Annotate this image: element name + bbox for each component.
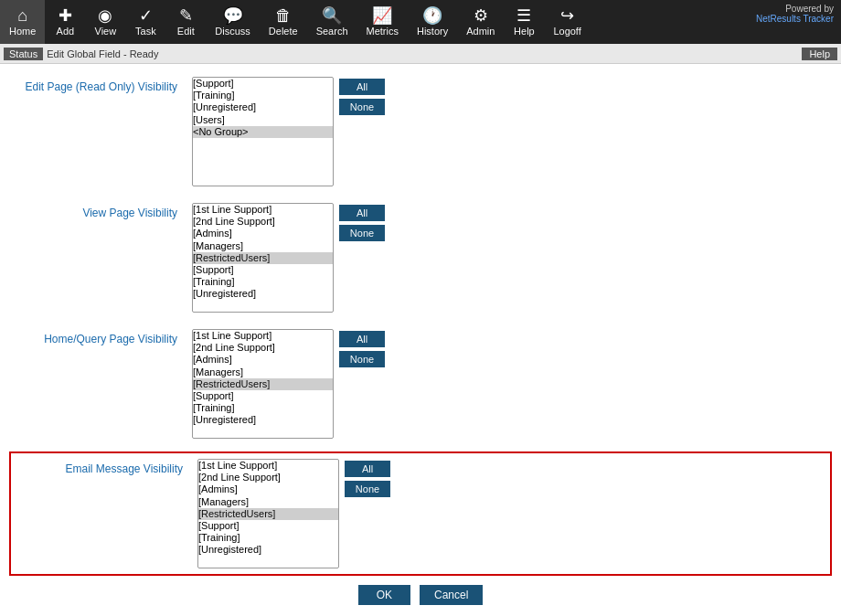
email-message-visibility-listbox[interactable]: [1st Line Support] [2nd Line Support] [A… (197, 459, 339, 568)
nav-admin[interactable]: ⚙ Admin (457, 0, 504, 44)
list-item[interactable]: [2nd Line Support] (198, 472, 338, 483)
email-message-visibility-controls: [1st Line Support] [2nd Line Support] [A… (197, 459, 390, 568)
edit-page-readonly-controls: [Support] [Training] [Unregistered] [Use… (192, 77, 385, 186)
email-message-visibility-all-button[interactable]: All (345, 461, 390, 477)
help-icon: ☰ (516, 7, 531, 24)
list-item[interactable]: [Training] (193, 276, 333, 288)
delete-icon: 🗑 (275, 7, 292, 24)
edit-page-readonly-none-button[interactable]: None (339, 99, 385, 115)
task-icon: ✓ (139, 7, 153, 24)
nav-logoff[interactable]: ↪ Logoff (544, 0, 590, 44)
nav-admin-label: Admin (466, 26, 495, 37)
list-item[interactable]: [Support] (193, 264, 333, 276)
list-item[interactable]: [2nd Line Support] (193, 216, 333, 228)
ok-button[interactable]: OK (358, 585, 410, 605)
navbar: ⌂ Home ✚ Add ◉ View ✓ Task ✎ Edit 💬 Disc… (0, 0, 841, 44)
nav-search[interactable]: 🔍 Search (307, 0, 357, 44)
home-query-visibility-controls: [1st Line Support] [2nd Line Support] [A… (192, 329, 385, 439)
metrics-icon: 📈 (372, 7, 392, 24)
list-item[interactable]: [Managers] (193, 240, 333, 252)
nav-delete-label: Delete (269, 26, 298, 37)
list-item[interactable]: <No Group> (193, 126, 333, 138)
home-icon: ⌂ (17, 7, 27, 24)
nav-metrics[interactable]: 📈 Metrics (357, 0, 408, 44)
discuss-icon: 💬 (223, 7, 243, 24)
brand-area: Powered by NetResults Tracker (749, 0, 841, 27)
list-item[interactable]: [Unregistered] (198, 544, 338, 556)
history-icon: 🕐 (422, 7, 442, 24)
list-item[interactable]: [RestrictedUsers] (193, 378, 333, 390)
nav-logoff-label: Logoff (553, 26, 580, 37)
edit-page-readonly-all-button[interactable]: All (339, 79, 385, 95)
edit-page-readonly-btn-group: All None (339, 77, 385, 115)
list-item[interactable]: [Support] (193, 390, 333, 402)
view-page-visibility-none-button[interactable]: None (339, 225, 385, 241)
powered-by-text: Powered by (785, 4, 834, 14)
list-item[interactable]: [Training] (198, 532, 338, 544)
main-content: Edit Page (Read Only) Visibility [Suppor… (0, 64, 841, 616)
nav-history[interactable]: 🕐 History (408, 0, 457, 44)
list-item[interactable]: [Admins] (193, 228, 333, 239)
home-query-visibility-row: Home/Query Page Visibility [1st Line Sup… (0, 325, 841, 442)
nav-view[interactable]: ◉ View (85, 0, 125, 44)
list-item[interactable]: [Training] (193, 90, 333, 101)
view-page-visibility-all-button[interactable]: All (339, 205, 385, 221)
email-message-visibility-label: Email Message Visibility (15, 459, 197, 475)
list-item[interactable]: [Support] (198, 520, 338, 532)
brand-link[interactable]: NetResults Tracker (756, 14, 834, 24)
nav-edit[interactable]: ✎ Edit (165, 0, 206, 44)
edit-page-readonly-row: Edit Page (Read Only) Visibility [Suppor… (0, 73, 841, 190)
nav-discuss[interactable]: 💬 Discuss (206, 0, 260, 44)
list-item[interactable]: [1st Line Support] (193, 204, 333, 216)
home-query-visibility-listbox[interactable]: [1st Line Support] [2nd Line Support] [A… (192, 329, 334, 439)
list-item[interactable]: [Admins] (198, 483, 338, 495)
logoff-icon: ↪ (560, 7, 574, 24)
list-item[interactable]: [Managers] (198, 496, 338, 508)
nav-help-label: Help (514, 26, 535, 37)
list-item[interactable]: [RestrictedUsers] (193, 252, 333, 264)
view-icon: ◉ (98, 7, 112, 24)
email-message-visibility-row: Email Message Visibility [1st Line Suppo… (9, 451, 832, 576)
list-item[interactable]: [Training] (193, 402, 333, 414)
home-query-visibility-all-button[interactable]: All (339, 331, 385, 347)
nav-delete[interactable]: 🗑 Delete (260, 0, 307, 44)
nav-home[interactable]: ⌂ Home (0, 0, 45, 44)
home-query-visibility-btn-group: All None (339, 329, 385, 367)
list-item[interactable]: [1st Line Support] (198, 460, 338, 472)
nav-history-label: History (417, 26, 448, 37)
email-message-visibility-btn-group: All None (345, 459, 390, 497)
list-item[interactable]: [Unregistered] (193, 288, 333, 300)
list-item[interactable]: [Users] (193, 114, 333, 126)
help-button[interactable]: Help (802, 48, 837, 60)
action-buttons-area: OK Cancel (0, 585, 841, 605)
list-item[interactable]: [Support] (193, 78, 333, 90)
add-icon: ✚ (59, 7, 72, 24)
view-page-visibility-listbox[interactable]: [1st Line Support] [2nd Line Support] [A… (192, 203, 334, 313)
list-item[interactable]: [Admins] (193, 354, 333, 366)
nav-task-label: Task (135, 26, 156, 37)
status-text: Edit Global Field - Ready (47, 48, 158, 59)
list-item[interactable]: [2nd Line Support] (193, 342, 333, 354)
search-icon: 🔍 (322, 7, 342, 24)
list-item[interactable]: [1st Line Support] (193, 330, 333, 342)
status-badge: Status (4, 48, 43, 60)
edit-icon: ✎ (179, 7, 193, 24)
edit-page-readonly-listbox[interactable]: [Support] [Training] [Unregistered] [Use… (192, 77, 334, 186)
nav-view-label: View (95, 26, 117, 37)
view-page-visibility-controls: [1st Line Support] [2nd Line Support] [A… (192, 203, 385, 313)
list-item[interactable]: [Unregistered] (193, 414, 333, 426)
list-item[interactable]: [RestrictedUsers] (198, 508, 338, 520)
view-page-visibility-label: View Page Visibility (9, 203, 192, 219)
nav-metrics-label: Metrics (367, 26, 399, 37)
cancel-button[interactable]: Cancel (420, 585, 483, 605)
list-item[interactable]: [Unregistered] (193, 101, 333, 113)
nav-edit-label: Edit (177, 26, 195, 37)
nav-add[interactable]: ✚ Add (45, 0, 85, 44)
edit-page-readonly-label: Edit Page (Read Only) Visibility (9, 77, 192, 93)
nav-help[interactable]: ☰ Help (504, 0, 544, 44)
nav-task[interactable]: ✓ Task (125, 0, 165, 44)
home-query-visibility-none-button[interactable]: None (339, 351, 385, 367)
email-message-visibility-none-button[interactable]: None (345, 481, 390, 497)
nav-discuss-label: Discuss (215, 26, 250, 37)
list-item[interactable]: [Managers] (193, 366, 333, 378)
